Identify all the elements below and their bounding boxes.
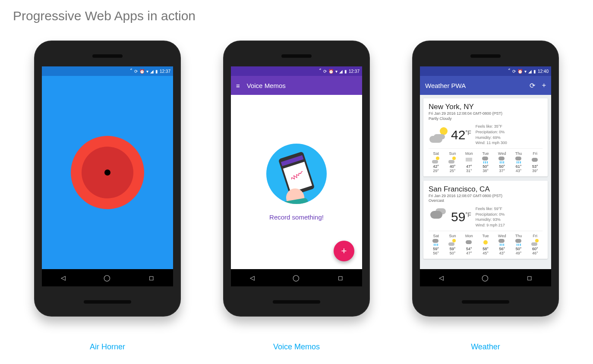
sync-icon: ⟳ (323, 69, 327, 74)
weather-body: New York, NYFri Jan 29 2016 12:08:04 GMT… (420, 95, 551, 269)
forecast-icon (482, 239, 489, 246)
forecast-row: Sat42°29°Sun40°25°Mon47°31°Tue50°38°Wed5… (429, 148, 543, 173)
forecast-day: Wed50°37° (495, 151, 509, 173)
forecast-day: Mon54°47° (462, 234, 476, 255)
link-weather[interactable]: Weather (471, 342, 500, 351)
condition: Overcast (429, 198, 543, 204)
forecast-day: Fri60°46° (528, 234, 543, 255)
forecast-day: Sat42°29° (429, 151, 443, 173)
phone-voicememos: ็ ⟳ ⏰ ▾ ◢ ▮ 12:37 ≡ Voice Memos (214, 41, 379, 351)
forecast-day: Sun40°25° (445, 151, 460, 173)
horn-inner (82, 147, 133, 198)
horn-button[interactable] (71, 136, 144, 209)
current-temp: 42°F (451, 128, 471, 142)
forecast-icon (465, 239, 473, 246)
weather-card[interactable]: San Francisco, CAFri Jan 29 2016 12:08:0… (423, 181, 548, 259)
forecast-day: Sat59°56° (429, 234, 443, 255)
android-navbar: ◁ ◯ ◻ (231, 269, 362, 286)
home-icon[interactable]: ◯ (482, 274, 489, 281)
city-name: New York, NY (429, 103, 543, 111)
city-name: San Francisco, CA (429, 185, 543, 194)
device-frame: ็ ⟳ ⏰ ▾ ◢ ▮ 12:37 ≡ Voice Memos (223, 41, 370, 317)
current-row: 59°FFeels like: 59°FPrecipitation: 0%Hum… (429, 206, 543, 228)
device-frame: ็ ⟳ ⏰ ▾ ◢ ▮ 12:37 ◁ ◯ (34, 41, 181, 317)
forecast-icon (432, 239, 440, 246)
link-voicememos[interactable]: Voice Memos (273, 342, 320, 351)
wifi-icon: ▾ (524, 69, 527, 74)
device-frame: ็ ⟳ ⏰ ▾ ◢ ▮ 12:40 Weather PWA ⟳ + New Yo… (412, 41, 559, 317)
voicememos-body: Record something! + (231, 95, 362, 269)
screen: ็ ⟳ ⏰ ▾ ◢ ▮ 12:37 ≡ Voice Memos (231, 66, 362, 286)
forecast-icon (531, 157, 539, 163)
back-icon[interactable]: ◁ (250, 274, 255, 281)
forecast-icon (448, 239, 456, 246)
battery-icon: ▮ (344, 69, 347, 74)
battery-icon: ▮ (155, 69, 158, 74)
home-icon[interactable]: ◯ (104, 274, 110, 281)
alarm-icon: ⏰ (328, 69, 334, 74)
signal-icon: ◢ (150, 69, 154, 74)
details: Feels like: 35°FPrecipitation: 0%Humidit… (476, 124, 507, 145)
back-icon[interactable]: ◁ (439, 274, 444, 281)
forecast-day: Thu50°49° (511, 234, 526, 255)
record-illustration (266, 144, 327, 204)
screen: ็ ⟳ ⏰ ▾ ◢ ▮ 12:37 ◁ ◯ (42, 66, 173, 286)
refresh-icon[interactable]: ⟳ (530, 82, 535, 90)
sync-icon: ⟳ (134, 69, 138, 74)
signal-icon: ◢ (339, 69, 343, 74)
forecast-day: Thu61°43° (511, 151, 526, 173)
forecast-icon (465, 157, 473, 163)
phone-weather: ็ ⟳ ⏰ ▾ ◢ ▮ 12:40 Weather PWA ⟳ + New Yo… (404, 41, 568, 351)
back-icon[interactable]: ◁ (61, 274, 66, 281)
alarm-icon: ⏰ (517, 69, 523, 74)
screen: ็ ⟳ ⏰ ▾ ◢ ▮ 12:40 Weather PWA ⟳ + New Yo… (420, 66, 551, 286)
forecast-day: Tue50°38° (478, 151, 493, 173)
details: Feels like: 59°FPrecipitation: 0%Humidit… (476, 206, 505, 228)
timestamp: Fri Jan 29 2016 12:08:07 GMT-0800 (PST) (429, 194, 543, 199)
weather-icon (429, 208, 449, 226)
forecast-icon (515, 157, 523, 163)
wifi-icon: ▾ (146, 69, 148, 74)
forecast-icon (498, 239, 506, 246)
wifi-icon: ▾ (335, 69, 338, 74)
clock: 12:40 (538, 69, 549, 74)
menu-icon[interactable]: ≡ (236, 82, 240, 89)
current-row: 42°FFeels like: 35°FPrecipitation: 0%Hum… (429, 124, 543, 145)
forecast-day: Fri53°39° (528, 151, 543, 173)
clock: 12:37 (349, 69, 360, 74)
fab-add-button[interactable]: + (334, 241, 354, 261)
home-icon[interactable]: ◯ (293, 274, 300, 281)
forecast-icon (531, 239, 539, 246)
forecast-icon (498, 157, 506, 163)
current-temp: 59°F (451, 210, 471, 224)
status-bar: ็ ⟳ ⏰ ▾ ◢ ▮ 12:40 (420, 66, 551, 76)
recent-icon[interactable]: ◻ (338, 274, 343, 281)
appbar-title: Voice Memos (247, 82, 286, 89)
android-navbar: ◁ ◯ ◻ (42, 269, 173, 286)
forecast-icon (448, 157, 456, 163)
recent-icon[interactable]: ◻ (527, 274, 532, 281)
appbar-actions: ⟳ + (530, 82, 546, 90)
forecast-day: Sun59°50° (445, 234, 460, 255)
weather-appbar: Weather PWA ⟳ + (420, 76, 551, 95)
forecast-day: Mon47°31° (462, 151, 476, 173)
record-caption: Record something! (269, 213, 324, 221)
alarm-icon: ⏰ (139, 69, 145, 74)
weather-card[interactable]: New York, NYFri Jan 29 2016 12:08:04 GMT… (423, 98, 548, 176)
page-title: Progressive Web Apps in action (13, 9, 580, 23)
add-icon[interactable]: + (542, 82, 546, 90)
waveform-icon (289, 168, 305, 182)
android-navbar: ◁ ◯ ◻ (420, 269, 551, 286)
forecast-icon (515, 239, 523, 246)
horn-dot-icon (104, 169, 110, 176)
forecast-day: Wed56°43° (495, 234, 509, 255)
battery-icon: ▮ (533, 69, 536, 74)
phone-airhorner: ็ ⟳ ⏰ ▾ ◢ ▮ 12:37 ◁ ◯ (25, 41, 189, 351)
sync-icon: ⟳ (512, 69, 516, 74)
condition: Partly Cloudy (429, 116, 543, 122)
weather-icon (429, 126, 449, 144)
phones-row: ็ ⟳ ⏰ ▾ ◢ ▮ 12:37 ◁ ◯ (13, 41, 580, 351)
signal-icon: ◢ (528, 69, 532, 74)
recent-icon[interactable]: ◻ (149, 274, 154, 281)
link-airhorner[interactable]: Air Horner (90, 342, 125, 351)
